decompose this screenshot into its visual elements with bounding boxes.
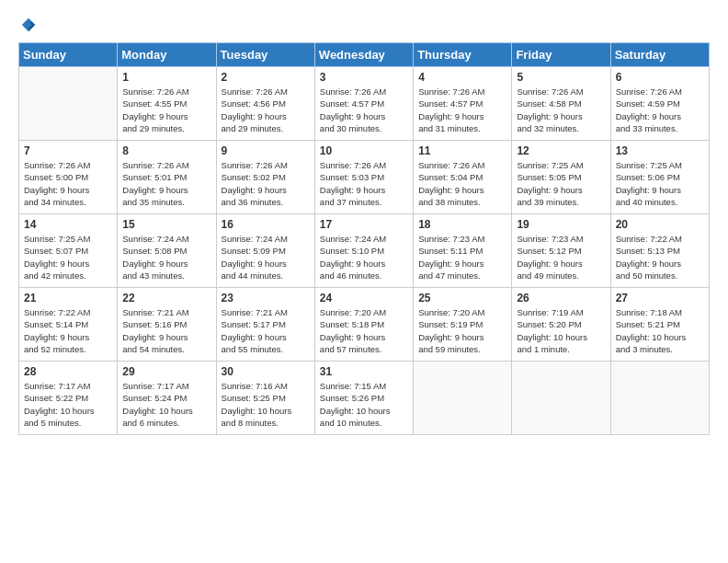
day-info: Sunrise: 7:22 AM Sunset: 5:13 PM Dayligh… <box>616 233 704 282</box>
day-number: 9 <box>222 144 310 157</box>
day-number: 31 <box>320 365 408 378</box>
calendar-cell: 21Sunrise: 7:22 AM Sunset: 5:14 PM Dayli… <box>19 288 118 362</box>
day-info: Sunrise: 7:18 AM Sunset: 5:21 PM Dayligh… <box>616 306 704 355</box>
logo-icon <box>20 17 37 33</box>
calendar-cell: 4Sunrise: 7:26 AM Sunset: 4:57 PM Daylig… <box>414 67 512 141</box>
header-saturday: Saturday <box>610 43 709 67</box>
calendar-cell: 26Sunrise: 7:19 AM Sunset: 5:20 PM Dayli… <box>512 288 610 362</box>
calendar-cell: 14Sunrise: 7:25 AM Sunset: 5:07 PM Dayli… <box>19 214 118 288</box>
day-info: Sunrise: 7:25 AM Sunset: 5:06 PM Dayligh… <box>616 159 704 208</box>
day-number: 26 <box>517 292 605 304</box>
day-number: 24 <box>320 292 408 304</box>
calendar-cell: 22Sunrise: 7:21 AM Sunset: 5:16 PM Dayli… <box>118 288 216 362</box>
calendar-cell: 10Sunrise: 7:26 AM Sunset: 5:03 PM Dayli… <box>314 141 413 214</box>
day-info: Sunrise: 7:23 AM Sunset: 5:11 PM Dayligh… <box>418 233 506 282</box>
calendar-week-2: 7Sunrise: 7:26 AM Sunset: 5:00 PM Daylig… <box>19 141 710 214</box>
day-number: 17 <box>320 218 408 231</box>
day-info: Sunrise: 7:26 AM Sunset: 4:57 PM Dayligh… <box>320 86 408 134</box>
calendar-week-5: 28Sunrise: 7:17 AM Sunset: 5:22 PM Dayli… <box>19 362 710 435</box>
day-info: Sunrise: 7:23 AM Sunset: 5:12 PM Dayligh… <box>517 233 605 282</box>
day-number: 6 <box>616 71 704 84</box>
day-info: Sunrise: 7:26 AM Sunset: 4:57 PM Dayligh… <box>418 86 506 134</box>
day-info: Sunrise: 7:24 AM Sunset: 5:10 PM Dayligh… <box>320 233 408 282</box>
calendar-cell: 19Sunrise: 7:23 AM Sunset: 5:12 PM Dayli… <box>512 214 610 288</box>
calendar-week-1: 1Sunrise: 7:26 AM Sunset: 4:55 PM Daylig… <box>19 67 710 141</box>
calendar-cell: 30Sunrise: 7:16 AM Sunset: 5:25 PM Dayli… <box>216 362 314 435</box>
calendar-cell: 28Sunrise: 7:17 AM Sunset: 5:22 PM Dayli… <box>19 362 118 435</box>
day-info: Sunrise: 7:26 AM Sunset: 5:04 PM Dayligh… <box>418 159 506 208</box>
day-number: 12 <box>517 144 605 157</box>
day-info: Sunrise: 7:26 AM Sunset: 5:01 PM Dayligh… <box>122 159 210 208</box>
calendar-cell: 29Sunrise: 7:17 AM Sunset: 5:24 PM Dayli… <box>118 362 216 435</box>
day-info: Sunrise: 7:15 AM Sunset: 5:26 PM Dayligh… <box>320 380 408 429</box>
day-number: 25 <box>418 292 506 304</box>
day-number: 27 <box>616 292 704 304</box>
day-info: Sunrise: 7:26 AM Sunset: 4:56 PM Dayligh… <box>222 86 310 134</box>
day-info: Sunrise: 7:22 AM Sunset: 5:14 PM Dayligh… <box>24 306 112 355</box>
day-number: 30 <box>222 365 310 378</box>
day-info: Sunrise: 7:26 AM Sunset: 4:58 PM Dayligh… <box>517 86 605 134</box>
day-number: 5 <box>517 71 605 84</box>
calendar-header-row: SundayMondayTuesdayWednesdayThursdayFrid… <box>19 43 710 67</box>
calendar-cell: 6Sunrise: 7:26 AM Sunset: 4:59 PM Daylig… <box>610 67 709 141</box>
day-info: Sunrise: 7:24 AM Sunset: 5:09 PM Dayligh… <box>222 233 310 282</box>
calendar-week-3: 14Sunrise: 7:25 AM Sunset: 5:07 PM Dayli… <box>19 214 710 288</box>
calendar-cell: 16Sunrise: 7:24 AM Sunset: 5:09 PM Dayli… <box>216 214 314 288</box>
calendar-week-4: 21Sunrise: 7:22 AM Sunset: 5:14 PM Dayli… <box>19 288 710 362</box>
logo <box>18 17 37 33</box>
calendar-cell: 7Sunrise: 7:26 AM Sunset: 5:00 PM Daylig… <box>19 141 118 214</box>
day-number: 28 <box>24 365 112 378</box>
calendar-cell: 17Sunrise: 7:24 AM Sunset: 5:10 PM Dayli… <box>314 214 413 288</box>
day-number: 10 <box>320 144 408 157</box>
day-number: 2 <box>222 71 310 84</box>
day-number: 19 <box>517 218 605 231</box>
calendar-cell <box>414 362 512 435</box>
header-tuesday: Tuesday <box>216 43 314 67</box>
day-info: Sunrise: 7:21 AM Sunset: 5:16 PM Dayligh… <box>122 306 210 355</box>
calendar-cell: 20Sunrise: 7:22 AM Sunset: 5:13 PM Dayli… <box>610 214 709 288</box>
day-number: 3 <box>320 71 408 84</box>
header <box>18 17 710 33</box>
day-number: 15 <box>122 218 210 231</box>
header-thursday: Thursday <box>414 43 512 67</box>
calendar-cell: 9Sunrise: 7:26 AM Sunset: 5:02 PM Daylig… <box>216 141 314 214</box>
day-info: Sunrise: 7:26 AM Sunset: 4:59 PM Dayligh… <box>616 86 704 134</box>
day-info: Sunrise: 7:20 AM Sunset: 5:18 PM Dayligh… <box>320 306 408 355</box>
calendar: SundayMondayTuesdayWednesdayThursdayFrid… <box>18 42 710 435</box>
day-info: Sunrise: 7:17 AM Sunset: 5:24 PM Dayligh… <box>122 380 210 429</box>
calendar-cell: 18Sunrise: 7:23 AM Sunset: 5:11 PM Dayli… <box>414 214 512 288</box>
header-wednesday: Wednesday <box>314 43 413 67</box>
page: SundayMondayTuesdayWednesdayThursdayFrid… <box>0 0 728 444</box>
calendar-cell: 15Sunrise: 7:24 AM Sunset: 5:08 PM Dayli… <box>118 214 216 288</box>
calendar-cell: 2Sunrise: 7:26 AM Sunset: 4:56 PM Daylig… <box>216 67 314 141</box>
calendar-cell: 8Sunrise: 7:26 AM Sunset: 5:01 PM Daylig… <box>118 141 216 214</box>
day-number: 14 <box>24 218 112 231</box>
day-info: Sunrise: 7:24 AM Sunset: 5:08 PM Dayligh… <box>122 233 210 282</box>
day-number: 21 <box>24 292 112 304</box>
calendar-cell <box>610 362 709 435</box>
day-number: 22 <box>122 292 210 304</box>
calendar-cell: 13Sunrise: 7:25 AM Sunset: 5:06 PM Dayli… <box>610 141 709 214</box>
calendar-cell: 11Sunrise: 7:26 AM Sunset: 5:04 PM Dayli… <box>414 141 512 214</box>
day-number: 16 <box>222 218 310 231</box>
day-info: Sunrise: 7:25 AM Sunset: 5:07 PM Dayligh… <box>24 233 112 282</box>
day-info: Sunrise: 7:16 AM Sunset: 5:25 PM Dayligh… <box>222 380 310 429</box>
day-info: Sunrise: 7:26 AM Sunset: 5:03 PM Dayligh… <box>320 159 408 208</box>
calendar-cell: 23Sunrise: 7:21 AM Sunset: 5:17 PM Dayli… <box>216 288 314 362</box>
calendar-cell: 1Sunrise: 7:26 AM Sunset: 4:55 PM Daylig… <box>118 67 216 141</box>
calendar-cell: 24Sunrise: 7:20 AM Sunset: 5:18 PM Dayli… <box>314 288 413 362</box>
calendar-cell <box>19 67 118 141</box>
calendar-cell: 12Sunrise: 7:25 AM Sunset: 5:05 PM Dayli… <box>512 141 610 214</box>
day-info: Sunrise: 7:26 AM Sunset: 4:55 PM Dayligh… <box>122 86 210 134</box>
day-info: Sunrise: 7:26 AM Sunset: 5:00 PM Dayligh… <box>24 159 112 208</box>
day-info: Sunrise: 7:26 AM Sunset: 5:02 PM Dayligh… <box>222 159 310 208</box>
calendar-cell: 25Sunrise: 7:20 AM Sunset: 5:19 PM Dayli… <box>414 288 512 362</box>
day-number: 1 <box>122 71 210 84</box>
header-friday: Friday <box>512 43 610 67</box>
day-number: 23 <box>222 292 310 304</box>
day-number: 20 <box>616 218 704 231</box>
day-info: Sunrise: 7:17 AM Sunset: 5:22 PM Dayligh… <box>24 380 112 429</box>
day-number: 4 <box>418 71 506 84</box>
day-number: 11 <box>418 144 506 157</box>
day-number: 18 <box>418 218 506 231</box>
